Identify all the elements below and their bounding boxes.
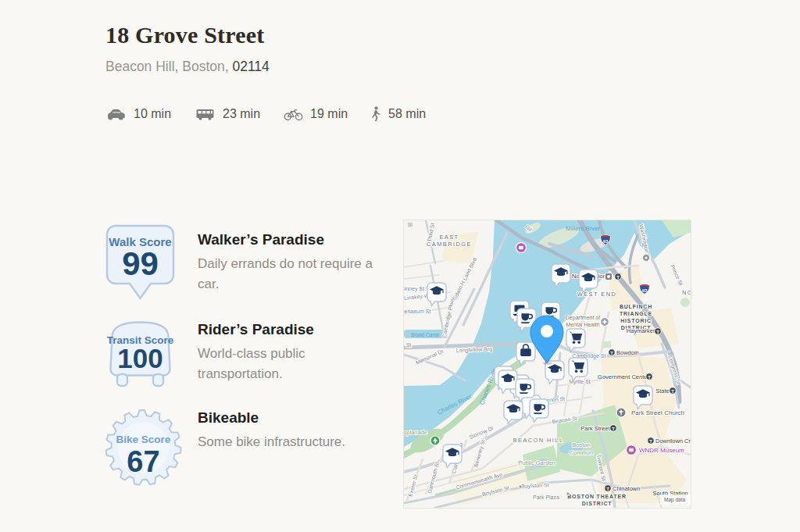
car-icon [105,108,127,121]
neighborhood-map[interactable]: EASTCAMBRIDGEWEST ENDBULFINCHTRIANGLEHIS… [404,220,691,508]
map-label: BOSTON THEATER [567,494,627,499]
rail-map-icon [605,273,612,280]
transit-score-row: Transit Score 100 Rider’s Paradise World… [104,313,393,394]
church-map-icon [616,408,626,417]
map-label: Chinatown [612,485,640,492]
walk-score-title: Walker’s Paradise [198,231,376,248]
map-label: BEACON HILL [513,437,564,444]
map-label: TRIANGLE [620,311,652,316]
bike-score-row: Bike Score 67 Bikeable Some bike infrast… [104,402,393,491]
neighborhood-city: Beacon Hill, Boston, [105,59,229,74]
map-label: Downtown Cros [655,437,691,445]
svg-text:T: T [606,487,609,491]
listing-location: Beacon Hill, Boston, 02114 [105,59,270,75]
map-label: Common [570,449,593,456]
map-label: CAMBRIDGE [427,241,472,248]
t-map-icon: T [615,273,622,280]
svg-text:93: 93 [603,239,609,244]
map-label: Myrtle St [569,379,591,385]
commute-transit-label: 23 min [223,107,260,121]
svg-text:T: T [656,330,659,334]
transit-score-value: 100 [117,343,162,373]
map-label: Millers River [566,225,600,232]
t-map-icon: T [610,425,617,432]
map-label: WNDR Museum [639,447,684,454]
map-label: NOR [682,289,691,296]
bike-score-title: Bikeable [198,409,345,427]
zip-code: 02114 [232,59,269,74]
hosp-map-icon [601,318,609,327]
t-map-icon: T [655,328,662,335]
map-label: Athenaeum St [404,309,430,314]
svg-text:T: T [649,439,652,444]
map-label: Mental Health [566,322,599,327]
scores-section: Walk Score 99 Walker’s Paradise Daily er… [104,223,393,499]
bike-score-description: Some bike infrastructure. [198,432,345,452]
bike-icon [284,108,303,121]
bike-score-badge-label: Bike Score [116,434,171,445]
map-label: Haymarket [627,327,655,334]
tree-map-icon [430,436,440,445]
transit-score-badge-icon: Transit Score 100 [104,316,177,391]
commute-drive-label: 10 min [134,107,171,121]
listing-header: 18 Grove Street Beacon Hill, Boston, 021… [105,22,270,75]
bike-score-badge-icon: Bike Score 67 [104,406,183,488]
svg-text:T: T [616,275,620,280]
svg-text:T: T [612,427,615,431]
dot-map-icon [519,485,522,488]
map-label: Bowdoin [616,349,639,356]
t-map-icon: T [648,437,655,445]
svg-text:T: T [610,351,613,355]
map-label: St [406,342,412,348]
bus-icon [195,108,216,121]
commute-transit: 23 min [195,107,260,121]
commute-walk: 58 min [371,106,426,122]
walk-score-row: Walk Score 99 Walker’s Paradise Daily er… [104,223,393,305]
map-label: Public Garden [518,459,555,466]
map-label: Boston [572,441,590,448]
commute-bike-label: 19 min [310,107,348,121]
t-map-icon: T [609,349,616,356]
map-label: HISTORIC [620,318,652,323]
map-label: BULFINCH [620,304,652,309]
map-label: Broad Canal [411,332,440,337]
map-label: Park Street Church [631,409,684,416]
dot-map-icon [566,492,570,495]
map-label: Park Street [580,425,610,432]
ferry-map-icon [643,255,650,262]
t-map-icon: T [646,373,653,380]
map-label: DISTRICT [582,501,612,506]
map-label: EAST [439,234,459,241]
map-attribution: Map data [660,495,691,505]
commute-times-row: 10 min 23 min 19 min 58 min [105,106,426,122]
commute-drive: 10 min [105,107,171,121]
transit-score-title: Rider’s Paradise [198,321,376,338]
commute-bike: 19 min [284,107,348,121]
map-label: Park Plaza [533,495,559,500]
commute-walk-label: 58 min [388,107,426,121]
museum-map-icon [516,243,527,253]
page-title: 18 Grove Street [105,22,270,48]
t-map-icon: T [670,387,677,395]
walk-icon [371,106,381,122]
svg-text:T: T [648,375,651,380]
map-label: Department of [566,315,600,321]
svg-text:93: 93 [642,288,648,293]
wndr-map-icon [627,445,637,455]
t-map-icon: T [605,485,612,492]
walk-score-value: 99 [122,245,159,282]
svg-text:T: T [671,389,674,394]
map-label: Government Center [598,373,649,380]
map-label: St [408,222,413,227]
bike-score-value: 67 [127,445,159,478]
walk-score-badge-icon: Walk Score 99 [104,223,177,302]
map-label: State [655,387,670,395]
walk-score-description: Daily errands do not require a car. [198,254,376,295]
map-label: Esplanade [404,429,427,436]
map-attribution-text: Map data [664,497,685,503]
map-label: Binney St [404,286,424,292]
transit-score-description: World-class public transportation. [198,344,376,385]
